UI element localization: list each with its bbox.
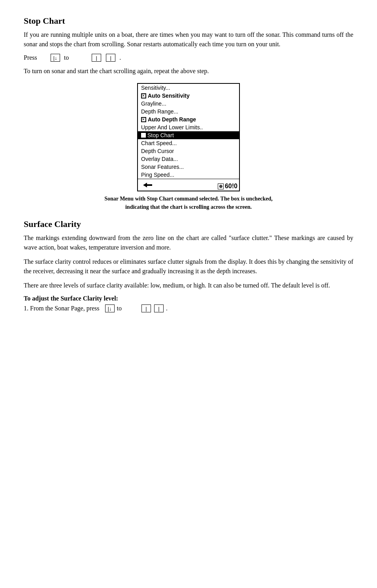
menu-bottom-bar: ⊕ 60!0 xyxy=(138,179,239,191)
auto-sensitivity-checkbox xyxy=(141,93,146,98)
pipe-key-1: | xyxy=(92,54,101,62)
stop-chart-press-line: Press |↓ to | | . xyxy=(24,54,353,62)
auto-depth-range-checkbox xyxy=(141,117,146,122)
surface-clarity-sub-heading: To adjust the Surface Clarity level: xyxy=(24,295,353,302)
step1-prefix: 1. From the Sonar Page, press xyxy=(24,305,100,312)
menu-key: |↓ xyxy=(51,54,60,62)
press-to-1: to xyxy=(64,54,69,61)
stop-chart-paragraph1: If you are running multiple units on a b… xyxy=(24,30,353,49)
surface-clarity-step1: 1. From the Sonar Page, press |↓ to | | … xyxy=(24,304,353,312)
stop-chart-menu-label: Stop Chart xyxy=(147,132,174,138)
stop-chart-follow-text: To turn on sonar and start the chart scr… xyxy=(24,66,353,76)
gauge-value: 60!0 xyxy=(225,183,238,190)
step1-dot: . xyxy=(166,305,168,312)
sonar-features-label: Sonar Features... xyxy=(141,164,184,170)
ping-speed-label: Ping Speed... xyxy=(141,172,174,178)
surface-clarity-paragraph1: The markings extending downward from the… xyxy=(24,233,353,252)
grayline-label: Grayline... xyxy=(141,100,166,107)
stop-chart-title: Stop Chart xyxy=(24,16,353,26)
overlay-data-label: Overlay Data... xyxy=(141,156,178,162)
step1-pipe-key-1: | xyxy=(141,304,151,312)
menu-item-depth-cursor: Depth Cursor xyxy=(138,147,239,155)
menu-arrow-icon xyxy=(141,181,153,189)
gauge-icon: ⊕ xyxy=(218,183,224,189)
auto-sensitivity-label: Auto Sensitivity xyxy=(148,93,190,99)
menu-item-stop-chart: Stop Chart xyxy=(138,131,239,139)
menu-item-overlay-data: Overlay Data... xyxy=(138,155,239,163)
caption-line1: Sonar Menu with Stop Chart command selec… xyxy=(104,196,273,202)
sonar-menu-container: Sensitivity... Auto Sensitivity Grayline… xyxy=(24,83,353,191)
chart-speed-label: Chart Speed... xyxy=(141,140,177,146)
menu-item-auto-sensitivity: Auto Sensitivity xyxy=(138,92,239,100)
menu-item-sensitivity-label: Sensitivity... xyxy=(141,85,170,91)
surface-clarity-paragraph3: There are three levels of surface clarit… xyxy=(24,281,353,290)
menu-item-sensitivity: Sensitivity... xyxy=(138,84,239,92)
menu-item-sonar-features: Sonar Features... xyxy=(138,163,239,171)
caption-line2: indicating that the chart is scrolling a… xyxy=(125,204,252,210)
menu-item-chart-speed: Chart Speed... xyxy=(138,139,239,147)
menu-item-upper-lower-limits: Upper And Lower Limits.. xyxy=(138,123,239,131)
menu-item-depth-range: Depth Range... xyxy=(138,108,239,115)
upper-lower-limits-label: Upper And Lower Limits.. xyxy=(141,124,203,130)
dot-1: . xyxy=(119,54,121,61)
step1-to: to xyxy=(117,305,122,312)
sonar-menu: Sensitivity... Auto Sensitivity Grayline… xyxy=(137,83,240,191)
step1-menu-key: |↓ xyxy=(105,304,115,312)
surface-clarity-title: Surface Clarity xyxy=(24,219,353,229)
depth-cursor-label: Depth Cursor xyxy=(141,148,174,154)
stop-chart-checkbox xyxy=(141,133,146,138)
menu-item-ping-speed: Ping Speed... xyxy=(138,171,239,179)
menu-item-grayline: Grayline... xyxy=(138,100,239,108)
menu-item-auto-depth-range: Auto Depth Range xyxy=(138,115,239,123)
gauge-display: ⊕ 60!0 xyxy=(218,183,238,190)
auto-depth-range-label: Auto Depth Range xyxy=(148,116,196,123)
depth-range-label: Depth Range... xyxy=(141,108,178,115)
pipe-key-2: | xyxy=(106,54,115,62)
step1-pipe-key-2: | xyxy=(154,304,164,312)
menu-caption: Sonar Menu with Stop Chart command selec… xyxy=(24,195,353,211)
surface-clarity-paragraph2: The surface clarity control reduces or e… xyxy=(24,257,353,276)
press-label: Press xyxy=(24,54,37,61)
